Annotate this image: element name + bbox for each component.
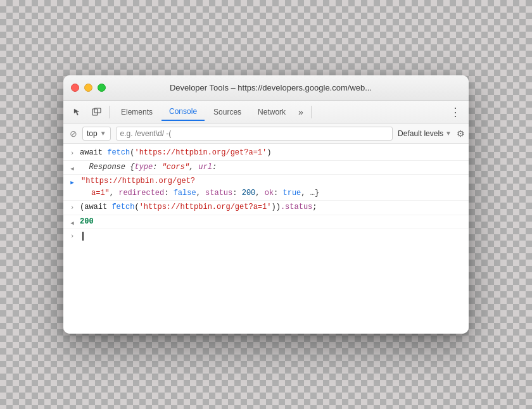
device-icon[interactable] — [87, 103, 105, 121]
cursor-gutter: › — [66, 231, 79, 242]
more-tabs-button[interactable]: » — [294, 104, 307, 120]
separator-1 — [109, 106, 110, 118]
content-4: (await fetch('https://httpbin.org/get?a=… — [79, 201, 464, 213]
tab-sources[interactable]: Sources — [206, 103, 249, 121]
no-entry-icon[interactable]: ⊘ — [67, 127, 80, 140]
filter-input[interactable] — [116, 127, 393, 141]
titlebar: Developer Tools – https://developers.goo… — [63, 75, 469, 101]
devtools-window: Developer Tools – https://developers.goo… — [63, 75, 469, 334]
devtools-toolbar: Elements Console Sources Network » ⋮ — [63, 101, 469, 123]
console-input-line-2: › (await fetch('https://httpbin.org/get?… — [63, 201, 469, 215]
close-button[interactable] — [71, 84, 79, 92]
devtools-menu-button[interactable]: ⋮ — [447, 105, 464, 119]
separator-2 — [311, 106, 312, 118]
minimize-button[interactable] — [84, 84, 92, 92]
svg-rect-0 — [92, 109, 98, 115]
gutter-1: › — [66, 148, 79, 160]
maximize-button[interactable] — [98, 84, 106, 92]
inspect-icon[interactable] — [68, 103, 86, 121]
gutter-2: ◀ — [66, 163, 79, 173]
console-output-line-1: ◀ 200 — [63, 215, 469, 229]
levels-selector[interactable]: Default levels ▼ — [398, 129, 452, 138]
window-title: Developer Tools – https://developers.goo… — [106, 83, 436, 92]
gutter-3: ▶ — [66, 177, 79, 187]
console-response-header: ◀ Response {type: "cors", url: — [63, 161, 469, 175]
tab-elements[interactable]: Elements — [113, 103, 160, 121]
console-output: › await fetch('https://httpbin.org/get?a… — [63, 144, 469, 334]
console-bar: ⊘ top ▼ Default levels ▼ ⚙ — [63, 123, 469, 144]
content-3: "https://httpbin.org/get? a=1", redirect… — [79, 175, 464, 199]
tab-network[interactable]: Network — [250, 103, 293, 121]
content-2: Response {type: "cors", url: — [79, 161, 464, 173]
content-5: 200 — [79, 216, 464, 228]
tab-console[interactable]: Console — [162, 103, 205, 121]
console-response-body: ▶ "https://httpbin.org/get? a=1", redire… — [63, 175, 469, 201]
traffic-lights — [71, 84, 106, 92]
console-input-line-1: › await fetch('https://httpbin.org/get?a… — [63, 146, 469, 161]
cursor-area[interactable] — [79, 232, 84, 241]
context-selector[interactable]: top ▼ — [82, 127, 111, 141]
settings-icon[interactable]: ⚙ — [457, 129, 465, 139]
gutter-5: ◀ — [66, 217, 79, 228]
console-input-cursor[interactable]: › — [63, 229, 469, 243]
text-cursor — [82, 232, 84, 241]
gutter-4: › — [66, 203, 79, 214]
content-1: await fetch('https://httpbin.org/get?a=1… — [79, 147, 464, 159]
